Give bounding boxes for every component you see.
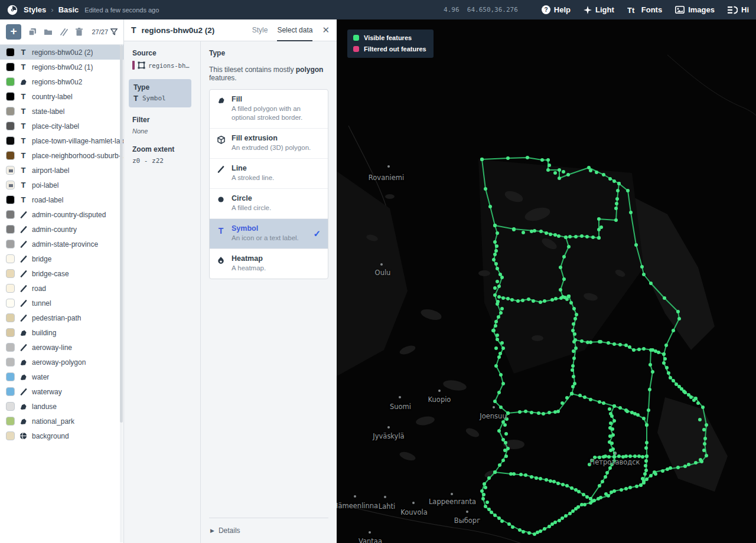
- light-menu-item[interactable]: Light: [584, 5, 614, 14]
- layer-row[interactable]: admin-state-province: [0, 237, 123, 251]
- layer-swatch: [6, 358, 15, 367]
- tab-select-data[interactable]: Select data: [277, 19, 312, 41]
- history-icon: [728, 6, 738, 14]
- type-option-heatmap[interactable]: HeatmapA heatmap.: [210, 248, 328, 279]
- city-dot: [354, 495, 356, 498]
- layer-row[interactable]: Tpoi-label: [0, 178, 123, 192]
- type-section-label: Type: [133, 83, 187, 91]
- layer-row[interactable]: background: [0, 428, 123, 443]
- layer-row[interactable]: national_park: [0, 414, 123, 428]
- layer-row[interactable]: Tregions-bhw0u2 (1): [0, 60, 123, 74]
- source-section-label: Source: [132, 49, 194, 57]
- panel-title: regions-bhw0u2 (2): [142, 26, 215, 35]
- layer-label: place-neighborhood-suburb-l…: [32, 152, 123, 160]
- layer-row[interactable]: bridge-case: [0, 266, 123, 281]
- layer-label: regions-bhw0u2 (1): [32, 63, 93, 71]
- help-menu-item[interactable]: ? Help: [542, 5, 571, 14]
- layer-row[interactable]: Tregions-bhw0u2 (2): [0, 45, 123, 60]
- city-label: Hämeenlinna: [337, 502, 378, 510]
- symbol-type-icon: T: [21, 63, 26, 71]
- layer-swatch: [6, 313, 15, 322]
- layer-swatch: [6, 254, 15, 263]
- type-options-list: FillA filled polygon with an optional st…: [209, 89, 328, 279]
- layer-swatch: [6, 107, 15, 116]
- edited-status: Edited a few seconds ago: [84, 6, 159, 14]
- layer-row[interactable]: landuse: [0, 399, 123, 414]
- layer-label: aeroway-polygon: [32, 358, 86, 367]
- layer-row[interactable]: waterway: [0, 384, 123, 399]
- group-layers-icon[interactable]: [44, 28, 53, 35]
- hide-layer-icon[interactable]: [60, 28, 69, 36]
- type-option-line[interactable]: LineA stroked line.: [210, 158, 328, 188]
- breadcrumb-style-name[interactable]: Basic: [58, 5, 79, 14]
- fonts-menu-item[interactable]: Tt Fonts: [627, 5, 662, 14]
- line-type-icon: [20, 226, 27, 233]
- type-selector[interactable]: Type T Symbol: [129, 79, 191, 107]
- layer-row[interactable]: water: [0, 369, 123, 384]
- layer-row[interactable]: Tplace-city-label: [0, 119, 123, 133]
- layer-row[interactable]: tunnel: [0, 296, 123, 310]
- symbol-type-icon: T: [21, 151, 26, 160]
- layer-label: water: [32, 373, 49, 381]
- layer-row[interactable]: road: [0, 281, 123, 296]
- zoom-extent-value[interactable]: z0 - z22: [132, 157, 194, 165]
- tileset-note: This tileset contains mostly polygon fea…: [209, 66, 328, 82]
- layer-row[interactable]: regions-bhw0u2: [0, 74, 123, 89]
- layer-swatch: [6, 195, 15, 204]
- layer-row[interactable]: admin-country-disputed: [0, 207, 123, 222]
- layer-label: waterway: [32, 388, 62, 396]
- tab-style[interactable]: Style: [252, 19, 268, 41]
- layer-row[interactable]: Tplace-neighborhood-suburb-l…: [0, 148, 123, 163]
- details-expander[interactable]: ▶ Details: [209, 518, 328, 543]
- layer-filter-counter[interactable]: 27/27: [92, 28, 118, 35]
- city-label: Suomi: [390, 403, 411, 411]
- map-canvas[interactable]: Visible featuresFiltered out features Ro…: [337, 19, 756, 543]
- map-position-readout: 4.96 64.650,36.276: [444, 6, 518, 14]
- breadcrumb-styles[interactable]: Styles: [24, 5, 46, 14]
- layer-swatch: [6, 328, 15, 337]
- layer-row[interactable]: bridge: [0, 251, 123, 266]
- map-legend: Visible featuresFiltered out features: [347, 30, 434, 58]
- layer-row[interactable]: aeroway-line: [0, 340, 123, 355]
- layer-label: place-city-label: [32, 122, 79, 130]
- add-layer-button[interactable]: +: [6, 24, 21, 40]
- duplicate-layer-icon[interactable]: [28, 28, 37, 36]
- layer-row[interactable]: Tairport-label: [0, 163, 123, 178]
- layer-row[interactable]: aeroway-polygon: [0, 355, 123, 369]
- layer-label: background: [32, 432, 69, 440]
- layer-row[interactable]: Tplace-town-village-hamlet-label: [0, 133, 123, 148]
- layer-label: state-label: [32, 107, 64, 116]
- layer-swatch: [6, 210, 15, 219]
- layer-swatch: [6, 63, 15, 71]
- panel-tabs: Style Select data: [252, 19, 313, 41]
- sidebar-scrollbar[interactable]: [120, 45, 123, 542]
- mapbox-studio-logo[interactable]: [7, 5, 18, 15]
- city-label: Jyväskylä: [373, 432, 404, 440]
- layer-row[interactable]: Tstate-label: [0, 104, 123, 119]
- type-heading: Type: [209, 49, 328, 57]
- layer-row[interactable]: Troad-label: [0, 192, 123, 207]
- layer-row[interactable]: pedestrian-path: [0, 310, 123, 325]
- close-panel-icon[interactable]: ✕: [322, 25, 330, 35]
- filter-section-label: Filter: [132, 116, 194, 124]
- delete-layer-icon[interactable]: [76, 28, 83, 36]
- layer-row[interactable]: building: [0, 325, 123, 340]
- type-option-circle[interactable]: CircleA filled circle.: [210, 188, 328, 218]
- type-option-fill[interactable]: FillA filled polygon with an optional st…: [210, 90, 328, 128]
- type-option-symbol[interactable]: TSymbolAn icon or a text label.✓: [210, 218, 328, 248]
- source-selector[interactable]: regions-bh…: [132, 61, 194, 70]
- city-label: Петрозаводск: [590, 458, 640, 466]
- breadcrumb-chevron-icon: ›: [51, 5, 53, 14]
- city-label: Vantaa: [359, 537, 382, 543]
- layer-label: national_park: [32, 417, 74, 426]
- source-value: regions-bh…: [148, 62, 190, 69]
- type-option-fill-extrusion[interactable]: Fill extrusionAn extruded (3D) polygon.: [210, 128, 328, 158]
- circle-type-icon: [217, 196, 224, 203]
- filter-value[interactable]: None: [132, 127, 194, 135]
- history-menu-item[interactable]: Hi: [728, 5, 749, 14]
- images-menu-item[interactable]: Images: [675, 5, 715, 14]
- layer-row[interactable]: Tcountry-label: [0, 89, 123, 104]
- layer-row[interactable]: admin-country: [0, 222, 123, 237]
- city-dot: [387, 165, 390, 168]
- layer-label: bridge-case: [32, 270, 69, 278]
